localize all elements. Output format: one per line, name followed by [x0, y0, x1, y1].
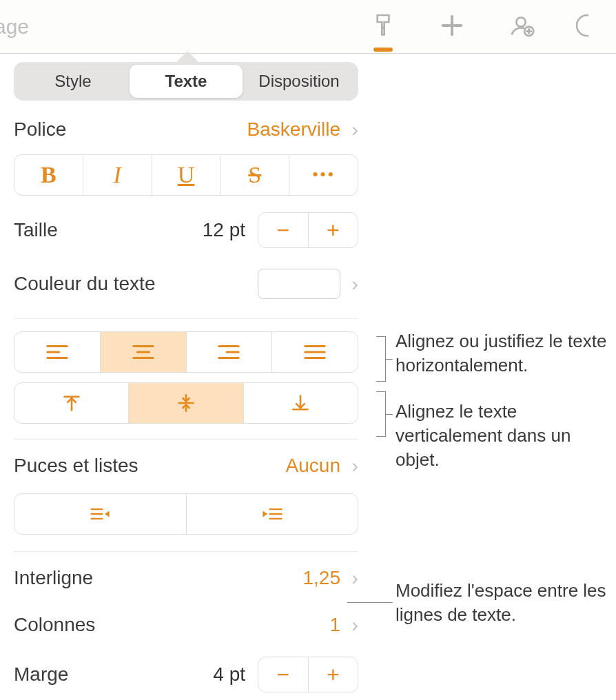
bullets-row[interactable]: Puces et listes Aucun › [14, 444, 358, 488]
align-center-button[interactable] [101, 332, 187, 372]
size-stepper: − + [258, 212, 358, 248]
text-color-label: Couleur du texte [14, 273, 155, 295]
more-text-options-button[interactable]: ••• [289, 155, 358, 195]
bullets-value: Aucun [286, 455, 340, 477]
margin-row: Marge 4 pt − + [14, 652, 358, 697]
text-color-row[interactable]: Couleur du texte › [14, 262, 358, 306]
svg-marker-30 [263, 511, 267, 517]
line-spacing-value: 1,25 [303, 567, 341, 589]
text-style-group: B I U S ••• [14, 154, 358, 196]
strikethrough-button[interactable]: S [220, 155, 289, 195]
tab-texte[interactable]: Texte [130, 65, 243, 98]
toolbar-left-label: age [0, 15, 29, 39]
vertical-align-group [14, 382, 358, 424]
columns-row[interactable]: Colonnes 1 › [14, 603, 358, 647]
chevron-right-icon: › [351, 566, 358, 590]
align-left-button[interactable] [14, 332, 101, 372]
inspector-tabs: Style Texte Disposition [14, 62, 358, 101]
indent-group [14, 493, 358, 535]
chevron-right-icon: › [351, 118, 358, 141]
chevron-right-icon: › [351, 272, 358, 296]
font-value: Baskerville [247, 119, 340, 141]
valign-bottom-button[interactable] [244, 383, 358, 423]
chevron-right-icon: › [351, 613, 358, 637]
callout-v-align: Alignez le texte verticalement dans un o… [396, 400, 602, 472]
size-label: Taille [14, 219, 58, 241]
underline-button[interactable]: U [152, 155, 221, 195]
horizontal-align-group [14, 331, 358, 373]
chevron-right-icon: › [351, 454, 358, 477]
italic-button[interactable]: I [83, 155, 152, 195]
callout-h-align: Alignez ou justifiez le texte horizontal… [396, 329, 616, 378]
outdent-button[interactable] [14, 494, 187, 534]
margin-value: 4 pt [213, 663, 245, 686]
text-color-swatch[interactable] [258, 269, 340, 299]
columns-value: 1 [329, 614, 340, 636]
callouts-layer: Alignez ou justifiez le texte horizontal… [372, 0, 616, 700]
size-increase-button[interactable]: + [309, 213, 358, 247]
tab-style[interactable]: Style [17, 65, 130, 98]
font-label: Police [14, 119, 66, 141]
margin-stepper: − + [258, 657, 358, 692]
font-row[interactable]: Police Baskerville › [14, 107, 358, 152]
inspector-panel: Style Texte Disposition Police Baskervil… [0, 54, 372, 697]
margin-decrease-button[interactable]: − [258, 657, 309, 692]
columns-label: Colonnes [14, 614, 95, 636]
valign-middle-button[interactable] [129, 383, 243, 423]
bold-button[interactable]: B [14, 155, 83, 195]
align-justify-button[interactable] [272, 332, 358, 372]
line-spacing-label: Interligne [14, 567, 93, 589]
indent-button[interactable] [187, 494, 358, 534]
size-value: 12 pt [203, 219, 245, 241]
size-decrease-button[interactable]: − [258, 213, 309, 247]
margin-label: Marge [14, 663, 68, 686]
size-row: Taille 12 pt − + [14, 208, 358, 252]
bullets-label: Puces et listes [14, 455, 138, 477]
line-spacing-row[interactable]: Interligne 1,25 › [14, 556, 358, 600]
popover-arrow-icon [176, 51, 198, 62]
margin-increase-button[interactable]: + [309, 657, 358, 692]
callout-line-spacing: Modifiez l'espace entre les lignes de te… [396, 579, 616, 627]
valign-top-button[interactable] [14, 383, 129, 423]
tab-disposition[interactable]: Disposition [243, 65, 356, 98]
align-right-button[interactable] [187, 332, 273, 372]
svg-marker-29 [105, 511, 110, 517]
